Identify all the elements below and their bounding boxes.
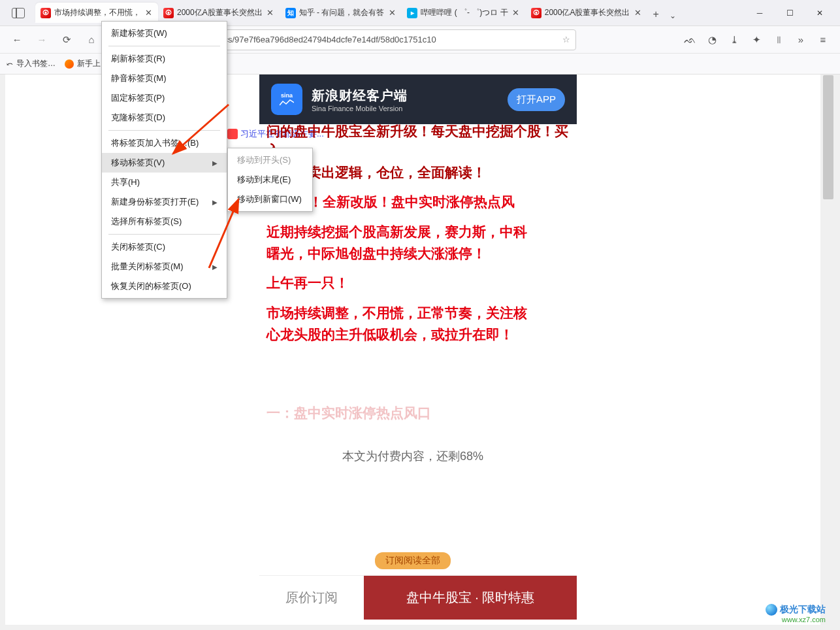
account-icon[interactable]: ◔ bbox=[702, 29, 722, 50]
sina-icon: ⦿ bbox=[40, 8, 51, 18]
bookmark-star-icon[interactable]: ☆ bbox=[562, 35, 570, 44]
menu-icon[interactable]: ≡ bbox=[813, 29, 833, 50]
close-icon[interactable]: ✕ bbox=[511, 8, 521, 18]
article-line: 近期持续挖掘个股高新发展，赛力斯，中科 bbox=[267, 222, 572, 241]
subscribe-promo[interactable]: 盘中牛股宝 · 限时特惠 bbox=[364, 576, 577, 620]
menu-close-multiple[interactable]: 批量关闭标签页(M)▶ bbox=[102, 257, 227, 276]
firefox-icon bbox=[65, 59, 74, 69]
library-icon[interactable]: ⫴ bbox=[768, 29, 789, 50]
back-button[interactable]: ← bbox=[7, 29, 27, 50]
submenu-move-new-window[interactable]: 移动到新窗口(W) bbox=[228, 190, 312, 209]
article-line: 心龙头股的主升低吸机会，或拉升在即！ bbox=[267, 325, 572, 344]
home-button[interactable]: ⌂ bbox=[81, 29, 102, 50]
import-icon: ⤺ bbox=[7, 59, 13, 69]
chevron-right-icon: ▶ bbox=[212, 159, 218, 167]
tab-title: 2000亿A股董事长突然出 bbox=[545, 7, 630, 18]
tab-0[interactable]: ⦿ 市场持续调整，不用慌， ✕ bbox=[35, 3, 158, 23]
subscribe-original-price[interactable]: 原价订阅 bbox=[259, 576, 364, 620]
getting-started-bookmark[interactable]: 新手上 bbox=[65, 58, 101, 69]
forward-button[interactable]: → bbox=[31, 29, 52, 50]
tab-title: 2000亿A股董事长突然出 bbox=[177, 7, 263, 18]
menu-select-all-tabs[interactable]: 选择所有标签页(S) bbox=[102, 212, 227, 231]
menu-clone-tab[interactable]: 克隆标签页(D) bbox=[102, 108, 227, 127]
menu-mute-tab[interactable]: 静音标签页(M) bbox=[102, 69, 227, 88]
scrollbar-thumb[interactable] bbox=[823, 75, 833, 199]
maximize-button[interactable]: ☐ bbox=[775, 3, 805, 24]
article-line: 市场持续调整，不用慌，正常节奏，关注核 bbox=[267, 303, 572, 322]
close-icon[interactable]: ✕ bbox=[144, 8, 153, 18]
tab-2[interactable]: 知 知乎 - 有问题，就会有答 ✕ bbox=[280, 3, 402, 23]
zhihu-icon: 知 bbox=[285, 8, 296, 18]
menu-share[interactable]: 共享(H) bbox=[102, 173, 227, 192]
menu-close-tab[interactable]: 关闭标签页(C) bbox=[102, 237, 227, 257]
sidebar-toggle-icon[interactable] bbox=[12, 8, 25, 18]
tab-1[interactable]: ⦿ 2000亿A股董事长突然出 ✕ bbox=[158, 3, 280, 23]
menu-bookmark-tab[interactable]: 将标签页加入书签…(B) bbox=[102, 133, 227, 153]
label: 新手上 bbox=[77, 58, 101, 69]
extension-icon[interactable]: ✦ bbox=[746, 29, 767, 50]
window-controls: ─ ☐ ✕ bbox=[745, 3, 835, 24]
download-icon[interactable]: ⤓ bbox=[724, 29, 745, 50]
vertical-scrollbar[interactable] bbox=[823, 75, 833, 623]
link-icon bbox=[227, 129, 238, 139]
close-window-button[interactable]: ✕ bbox=[805, 3, 835, 24]
sina-icon: ⦿ bbox=[163, 8, 174, 18]
label: 导入书签… bbox=[16, 58, 56, 69]
menu-new-container[interactable]: 新建身份标签页打开(E)▶ bbox=[102, 192, 227, 212]
menu-pin-tab[interactable]: 固定标签页(P) bbox=[102, 88, 227, 108]
sina-icon: ⦿ bbox=[531, 8, 541, 18]
subscribe-pill[interactable]: 订阅阅读全部 bbox=[375, 552, 451, 569]
banner-title-cn: 新浪财经客户端 bbox=[312, 87, 498, 105]
article-line: 上午再一只！ bbox=[267, 273, 572, 292]
close-icon[interactable]: ✕ bbox=[387, 8, 396, 18]
menu-reload-tab[interactable]: 刷新标签页(R) bbox=[102, 49, 227, 69]
tab-title: 市场持续调整，不用慌， bbox=[54, 7, 140, 18]
menu-move-tab[interactable]: 移动标签页(V)▶ bbox=[102, 153, 227, 173]
globe-icon bbox=[766, 604, 777, 616]
banner-title-en: Sina Finance Mobile Version bbox=[312, 105, 498, 112]
move-tab-submenu: 移动到开头(S) 移动到末尾(E) 移动到新窗口(W) bbox=[227, 148, 313, 212]
paywall-notice: 本文为付费内容，还剩68% bbox=[5, 448, 820, 464]
titlebar-left bbox=[5, 8, 25, 18]
close-icon[interactable]: ✕ bbox=[633, 8, 642, 18]
subscribe-bar: 原价订阅 盘中牛股宝 · 限时特惠 bbox=[259, 575, 577, 620]
tab-3[interactable]: ▸ 哔哩哔哩 ( ゜- ゜)つロ 干 ✕ bbox=[402, 3, 525, 23]
article-line: 曙光，中际旭创盘中持续大涨涨停！ bbox=[267, 244, 572, 263]
tab-strip: ⦿ 市场持续调整，不用慌， ✕ ⦿ 2000亿A股董事长突然出 ✕ 知 知乎 -… bbox=[35, 3, 745, 23]
import-bookmarks[interactable]: ⤺ 导入书签… bbox=[7, 58, 56, 69]
menu-new-tab[interactable]: 新建标签页(W) bbox=[102, 24, 227, 43]
menu-reopen-tab[interactable]: 恢复关闭的标签页(O) bbox=[102, 276, 227, 296]
overflow-icon[interactable]: » bbox=[790, 29, 811, 50]
banner-titles: 新浪财经客户端 Sina Finance Mobile Version bbox=[312, 87, 498, 112]
tab-list-button[interactable]: ⌄ bbox=[664, 8, 681, 23]
watermark-name: 极光下载站 bbox=[780, 604, 826, 616]
chevron-right-icon: ▶ bbox=[212, 263, 218, 271]
open-app-button[interactable]: 打开APP bbox=[508, 88, 565, 111]
app-banner: sina 新浪财经客户端 Sina Finance Mobile Version… bbox=[259, 75, 577, 124]
tab-title: 知乎 - 有问题，就会有答 bbox=[299, 7, 385, 18]
bilibili-icon: ▸ bbox=[407, 8, 417, 18]
toolbar-right: ᨒ ◔ ⤓ ✦ ⫴ » ≡ bbox=[679, 29, 833, 50]
submenu-move-end[interactable]: 移动到末尾(E) bbox=[228, 170, 312, 190]
chevron-right-icon: ▶ bbox=[212, 199, 218, 206]
sina-app-logo: sina bbox=[271, 84, 302, 115]
tab-context-menu: 新建标签页(W) 刷新标签页(R) 静音标签页(M) 固定标签页(P) 克隆标签… bbox=[101, 21, 227, 299]
watermark: 极光下载站 www.xz7.com bbox=[766, 604, 826, 623]
new-tab-button[interactable]: + bbox=[647, 6, 664, 23]
submenu-move-start: 移动到开头(S) bbox=[228, 150, 312, 170]
reload-button[interactable]: ⟳ bbox=[56, 29, 77, 50]
pocket-icon[interactable]: ᨒ bbox=[679, 29, 700, 50]
tab-4[interactable]: ⦿ 2000亿A股董事长突然出 ✕ bbox=[526, 3, 648, 23]
close-icon[interactable]: ✕ bbox=[266, 8, 275, 18]
minimize-button[interactable]: ─ bbox=[745, 3, 775, 24]
watermark-url: www.xz7.com bbox=[782, 616, 826, 623]
tab-title: 哔哩哔哩 ( ゜- ゜)つロ 干 bbox=[421, 7, 508, 18]
article-section-heading: 一：盘中实时涨停热点风口 bbox=[267, 403, 572, 422]
